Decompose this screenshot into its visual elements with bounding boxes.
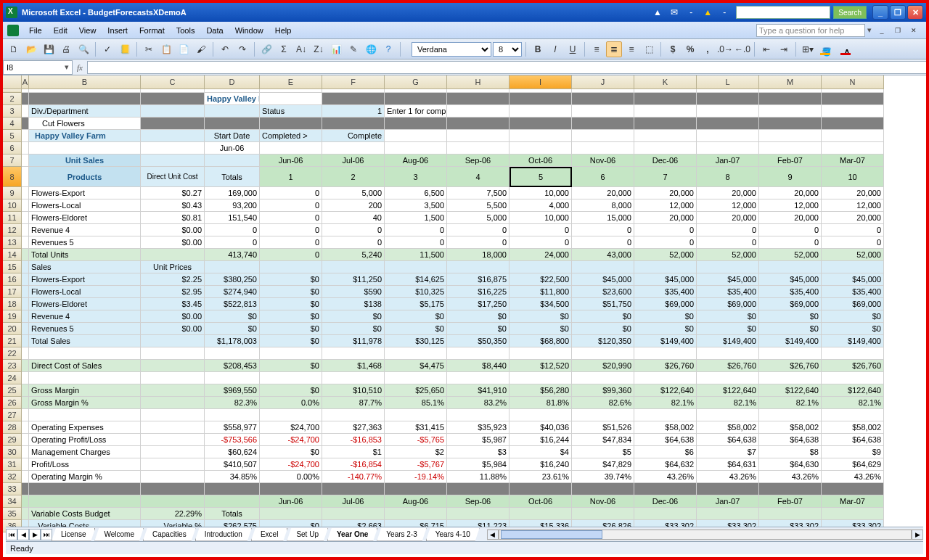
- cell-N7[interactable]: Mar-07: [822, 155, 884, 167]
- cell-C24[interactable]: [141, 372, 205, 384]
- cell-J16[interactable]: $45,000: [572, 273, 634, 286]
- cell-I2[interactable]: [509, 93, 572, 105]
- cell-N10[interactable]: 12,000: [822, 199, 884, 212]
- cell-F24[interactable]: [322, 372, 385, 384]
- cell-F5[interactable]: Complete: [322, 130, 385, 142]
- fill-color-icon[interactable]: 🪣: [817, 41, 836, 57]
- cell-K25[interactable]: $122,640: [634, 384, 697, 397]
- cell-H8[interactable]: 4: [447, 167, 509, 187]
- cell-G34[interactable]: Aug-06: [385, 495, 447, 508]
- cell-L29[interactable]: $64,638: [697, 434, 759, 446]
- inc-decimal-icon[interactable]: .0→: [717, 41, 733, 57]
- row-17[interactable]: 17: [3, 286, 22, 298]
- cell-I11[interactable]: 10,000: [509, 212, 572, 224]
- cell-D7[interactable]: [205, 155, 260, 167]
- cell-B9[interactable]: Flowers-Export: [29, 187, 141, 199]
- cell-E3[interactable]: Status: [260, 105, 322, 118]
- cell-E7[interactable]: Jun-06: [260, 155, 322, 167]
- cell-C29[interactable]: [141, 434, 205, 446]
- cell-F22[interactable]: [322, 347, 385, 360]
- cell-G4[interactable]: [385, 118, 447, 130]
- cell-G18[interactable]: $5,175: [385, 298, 447, 310]
- cell-M34[interactable]: Feb-07: [759, 495, 822, 508]
- cell-B3[interactable]: Div./Department: [29, 105, 141, 118]
- cell-E9[interactable]: 0: [260, 187, 322, 199]
- cell-I17[interactable]: $11,800: [509, 286, 572, 298]
- search-button[interactable]: Search: [833, 6, 867, 19]
- cell-A23[interactable]: [22, 360, 29, 372]
- cell-M11[interactable]: 20,000: [759, 212, 822, 224]
- col-J[interactable]: J: [572, 75, 634, 89]
- cell-E2[interactable]: [260, 93, 322, 105]
- cell-L30[interactable]: $7: [697, 446, 759, 458]
- cell-H7[interactable]: Sep-06: [447, 155, 509, 167]
- cell-J35[interactable]: [572, 508, 634, 520]
- cell-N6[interactable]: [822, 142, 884, 155]
- cell-L35[interactable]: [697, 508, 759, 520]
- cell-I6[interactable]: [509, 142, 572, 155]
- cell-E12[interactable]: 0: [260, 224, 322, 236]
- comma-icon[interactable]: ,: [700, 41, 716, 57]
- cell-J24[interactable]: [572, 372, 634, 384]
- col-M[interactable]: M: [759, 75, 822, 89]
- doc-restore-button[interactable]: _: [874, 22, 890, 38]
- tab-prev-icon[interactable]: ◀: [17, 529, 29, 540]
- cell-J13[interactable]: 0: [572, 236, 634, 249]
- row-32[interactable]: 32: [3, 471, 22, 483]
- cell-K17[interactable]: $35,400: [634, 286, 697, 298]
- cell-D34[interactable]: [205, 495, 260, 508]
- cell-N17[interactable]: $35,400: [822, 286, 884, 298]
- cell-G2[interactable]: [385, 93, 447, 105]
- cell-H10[interactable]: 5,500: [447, 199, 509, 212]
- cell-F14[interactable]: 5,240: [322, 249, 385, 261]
- cell-L10[interactable]: 12,000: [697, 199, 759, 212]
- cell-B10[interactable]: Flowers-Local: [29, 199, 141, 212]
- tab-first-icon[interactable]: ⏮: [6, 529, 17, 540]
- cell-B18[interactable]: Flowers-Eldoret: [29, 298, 141, 310]
- col-E[interactable]: E: [260, 75, 322, 89]
- cell-E18[interactable]: $0: [260, 298, 322, 310]
- col-D[interactable]: D: [205, 75, 260, 89]
- cell-A22[interactable]: [22, 347, 29, 360]
- spreadsheet-grid[interactable]: ABCDEFGHIJKLMN 2Happy Valley Farm3Div./D…: [3, 75, 926, 540]
- cell-C10[interactable]: $0.43: [141, 199, 205, 212]
- cell-A11[interactable]: [22, 212, 29, 224]
- namebox-dropdown-icon[interactable]: ▾: [62, 62, 72, 72]
- cell-I22[interactable]: [509, 347, 572, 360]
- cell-I9[interactable]: 10,000: [509, 187, 572, 199]
- save-icon[interactable]: 💾: [41, 41, 57, 57]
- sheet-tab-capacities[interactable]: Capacities: [143, 528, 196, 541]
- cell-C27[interactable]: [141, 409, 205, 421]
- cell-G22[interactable]: [385, 347, 447, 360]
- cell-H5[interactable]: [447, 130, 509, 142]
- cell-K30[interactable]: $6: [634, 446, 697, 458]
- cell-I4[interactable]: [509, 118, 572, 130]
- cell-M29[interactable]: $64,638: [759, 434, 822, 446]
- cell-C25[interactable]: [141, 384, 205, 397]
- cell-N31[interactable]: $64,629: [822, 458, 884, 471]
- cell-E11[interactable]: 0: [260, 212, 322, 224]
- cell-A20[interactable]: [22, 323, 29, 335]
- cell-I7[interactable]: Oct-06: [509, 155, 572, 167]
- cell-N34[interactable]: Mar-07: [822, 495, 884, 508]
- cell-M5[interactable]: [759, 130, 822, 142]
- cell-L34[interactable]: Jan-07: [697, 495, 759, 508]
- row-34[interactable]: 34: [3, 495, 22, 508]
- cell-E30[interactable]: $0: [260, 446, 322, 458]
- cell-A25[interactable]: [22, 384, 29, 397]
- cell-A27[interactable]: [22, 409, 29, 421]
- cell-J19[interactable]: $0: [572, 310, 634, 323]
- cell-K35[interactable]: [634, 508, 697, 520]
- menu-help[interactable]: Help: [269, 24, 298, 37]
- row-24[interactable]: 24: [3, 372, 22, 384]
- cell-K7[interactable]: Dec-06: [634, 155, 697, 167]
- col-F[interactable]: F: [322, 75, 385, 89]
- col-A[interactable]: A: [22, 75, 29, 89]
- research-icon[interactable]: 📒: [117, 41, 133, 57]
- cell-A16[interactable]: [22, 273, 29, 286]
- cell-M30[interactable]: $8: [759, 446, 822, 458]
- cell-F8[interactable]: 2: [322, 167, 385, 187]
- cell-J2[interactable]: [572, 93, 634, 105]
- underline-icon[interactable]: U: [565, 41, 581, 57]
- cell-K23[interactable]: $26,760: [634, 360, 697, 372]
